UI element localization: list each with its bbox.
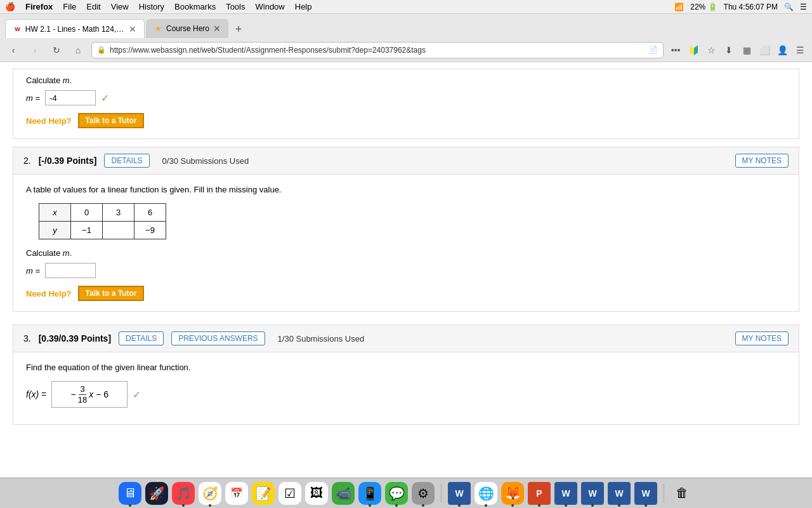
- q2-body: A table of values for a linear function …: [13, 175, 799, 311]
- dock-word2[interactable]: W: [554, 482, 577, 505]
- word2-dot: [565, 504, 567, 507]
- battery-status: 22% 🔋: [690, 3, 717, 11]
- account-icon[interactable]: 👤: [775, 43, 789, 57]
- menu-edit[interactable]: Edit: [86, 2, 100, 11]
- menu-icon[interactable]: ☰: [800, 3, 807, 11]
- q2-m-input[interactable]: [45, 263, 96, 278]
- q2-talk-to-tutor-button[interactable]: Talk to a Tutor: [78, 286, 145, 301]
- sidebar-toggle[interactable]: ⬜: [757, 43, 771, 57]
- dock-powerpoint[interactable]: P: [528, 482, 551, 505]
- music-icon: 🎵: [176, 486, 192, 501]
- dock-messages[interactable]: 💬: [385, 482, 408, 505]
- tab-close-2[interactable]: ✕: [213, 23, 221, 34]
- dock-reminders[interactable]: ☑: [278, 482, 301, 505]
- reader-icon[interactable]: 📄: [649, 46, 658, 54]
- forward-button[interactable]: ›: [27, 42, 43, 58]
- new-tab-button[interactable]: +: [230, 20, 247, 38]
- menu-window[interactable]: Window: [256, 2, 285, 11]
- tab-coursehero[interactable]: ★ Course Hero ✕: [146, 19, 228, 38]
- tab-webassign[interactable]: W HW 2.1 - Lines - Math 124, secti ✕: [5, 19, 145, 38]
- q2-submissions: 0/30 Submissions Used: [162, 156, 249, 166]
- dock-calendar[interactable]: 📅: [225, 482, 248, 505]
- collections-icon[interactable]: ▦: [740, 43, 754, 57]
- x-val-1: 3: [103, 204, 134, 222]
- dock-facetime[interactable]: 📹: [332, 482, 355, 505]
- tab-bar: W HW 2.1 - Lines - Math 124, secti ✕ ★ C…: [0, 14, 812, 38]
- dock-trash[interactable]: 🗑: [671, 482, 693, 505]
- q2-details-button[interactable]: DETAILS: [104, 154, 149, 168]
- q1-talk-to-tutor-button[interactable]: Talk to a Tutor: [78, 113, 145, 128]
- dock-settings[interactable]: ⚙: [412, 482, 435, 505]
- q3-details-button[interactable]: DETAILS: [119, 331, 164, 345]
- finder-icon: 🖥: [124, 486, 136, 500]
- y-val-2: −9: [134, 222, 166, 239]
- security-icon: 🔒: [97, 46, 106, 54]
- q3-submissions: 1/30 Submissions Used: [278, 334, 365, 344]
- x-val-2: 6: [134, 204, 166, 222]
- menu-help[interactable]: Help: [295, 2, 312, 11]
- q2-my-notes-button[interactable]: MY NOTES: [735, 154, 789, 168]
- notes-icon: 📝: [256, 486, 272, 501]
- dock-chrome[interactable]: 🌐: [475, 482, 497, 505]
- y-missing-input[interactable]: [103, 222, 134, 239]
- reload-button[interactable]: ↻: [48, 42, 65, 58]
- y-val-0: −1: [71, 222, 103, 239]
- toolbar-right: ••• 🔰 ☆ ⬇ ▦ ⬜ 👤 ☰: [669, 43, 807, 57]
- menu-history[interactable]: History: [139, 2, 164, 11]
- dock-word5[interactable]: W: [634, 482, 657, 505]
- menu-tools[interactable]: Tools: [226, 2, 245, 11]
- word5-icon: W: [641, 488, 650, 498]
- tab-title-2: Course Hero: [166, 24, 209, 33]
- word4-dot: [618, 504, 620, 507]
- appstore-dot: [369, 504, 371, 507]
- calendar-icon: 📅: [230, 487, 243, 499]
- hamburger-menu[interactable]: ☰: [793, 43, 807, 57]
- x-label: x: [39, 204, 71, 222]
- dock-music[interactable]: 🎵: [172, 482, 195, 505]
- dock-notes[interactable]: 📝: [252, 482, 275, 505]
- q1-m-input[interactable]: [45, 90, 96, 105]
- pocket-icon[interactable]: 🔰: [686, 43, 700, 57]
- q3-my-notes-button[interactable]: MY NOTES: [735, 331, 789, 345]
- q3-prev-answers-button[interactable]: PREVIOUS ANSWERS: [171, 331, 265, 345]
- safari-icon: 🧭: [202, 486, 218, 501]
- dock-firefox[interactable]: 🦊: [501, 482, 524, 505]
- menu-bookmarks[interactable]: Bookmarks: [174, 2, 216, 11]
- firefox-dot: [511, 504, 514, 507]
- launchpad-icon: 🚀: [149, 486, 165, 501]
- url-bar[interactable]: 🔒 https://www.webassign.net/web/Student/…: [91, 42, 664, 58]
- apple-menu[interactable]: 🍎: [5, 2, 15, 11]
- more-options-icon[interactable]: •••: [669, 43, 683, 57]
- dock-word[interactable]: W: [448, 482, 471, 505]
- download-icon[interactable]: ⬇: [722, 43, 736, 57]
- tab-title-1: HW 2.1 - Lines - Math 124, secti: [25, 25, 125, 34]
- home-button[interactable]: ⌂: [70, 42, 86, 58]
- dock-photos[interactable]: 🖼: [305, 482, 328, 505]
- tab-close-1[interactable]: ✕: [129, 24, 136, 34]
- settings-dot: [422, 504, 424, 507]
- q1-need-help: Need Help? Talk to a Tutor: [26, 113, 786, 128]
- dock-launchpad[interactable]: 🚀: [145, 482, 168, 505]
- q1-need-help-label: Need Help?: [26, 116, 72, 126]
- browser-chrome: W HW 2.1 - Lines - Math 124, secti ✕ ★ C…: [0, 14, 812, 62]
- menu-file[interactable]: File: [63, 2, 76, 11]
- dock-safari[interactable]: 🧭: [199, 482, 221, 505]
- menu-firefox[interactable]: Firefox: [25, 2, 53, 11]
- dock-appstore[interactable]: 📱: [358, 482, 381, 505]
- dock-finder[interactable]: 🖥: [119, 482, 141, 505]
- bookmark-icon[interactable]: ☆: [704, 43, 718, 57]
- dock-word3[interactable]: W: [581, 482, 604, 505]
- q3-number: 3.: [23, 333, 31, 344]
- q2-need-help-label: Need Help?: [26, 289, 72, 298]
- fraction-denominator: 18: [77, 395, 88, 405]
- menu-bar: 🍎 Firefox File Edit View History Bookmar…: [0, 0, 812, 14]
- menu-view[interactable]: View: [111, 2, 129, 11]
- fraction-3-18: 3 18: [77, 384, 88, 404]
- q2-m-row: m =: [26, 263, 786, 278]
- q2-header: 2. [-/0.39 Points] DETAILS 0/30 Submissi…: [13, 147, 799, 175]
- y-val-1-cell[interactable]: [103, 222, 134, 239]
- back-button[interactable]: ‹: [5, 42, 22, 58]
- q2-m-label: m =: [26, 266, 40, 276]
- dock-word4[interactable]: W: [608, 482, 631, 505]
- search-icon[interactable]: 🔍: [784, 3, 794, 11]
